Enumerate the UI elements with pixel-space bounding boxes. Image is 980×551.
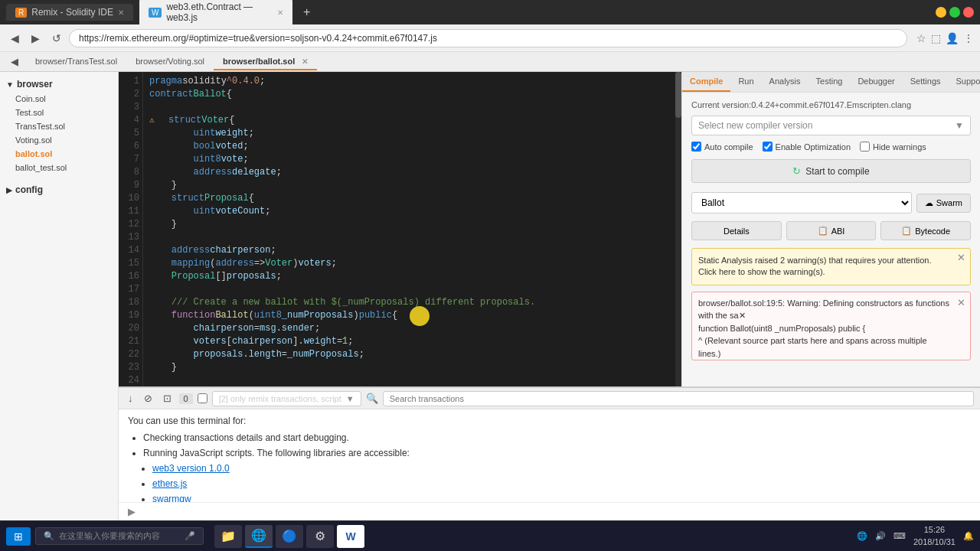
details-button[interactable]: Details xyxy=(691,221,782,240)
auto-compile-checkbox[interactable] xyxy=(691,142,701,152)
app-tab-voting[interactable]: browser/Voting.sol xyxy=(126,54,214,70)
analysis-tab[interactable]: Analysis xyxy=(762,72,808,92)
forward-button[interactable]: ▶ xyxy=(27,29,44,47)
sidebar-item-ballot-test[interactable]: ballot_test.sol xyxy=(0,161,118,174)
sidebar-item-voting[interactable]: Voting.sol xyxy=(0,133,118,147)
close-button[interactable] xyxy=(963,7,974,18)
minimize-button[interactable] xyxy=(936,7,946,18)
app-tab-ballot[interactable]: browser/ballot.sol ✕ xyxy=(214,54,317,70)
app-tab-ballot-close[interactable]: ✕ xyxy=(302,57,308,66)
web3-tab-label: web3.eth.Contract — web3.js xyxy=(166,2,273,23)
sidebar-item-transtest[interactable]: TransTest.sol xyxy=(0,119,118,133)
start-button[interactable]: ⊞ xyxy=(6,527,31,546)
terminal-input[interactable] xyxy=(140,507,971,517)
lib-ethers-link[interactable]: ethers.js xyxy=(152,478,187,489)
contract-dropdown[interactable]: Ballot xyxy=(691,192,912,214)
code-line-13 xyxy=(149,231,669,244)
bytecode-button[interactable]: 📋 Bytecode xyxy=(880,221,971,240)
taskbar-app-filemgr[interactable]: 📁 xyxy=(214,525,242,548)
title-bar: R Remix - Solidity IDE ✕ W web3.eth.Cont… xyxy=(0,0,980,24)
profile-icon[interactable]: 👤 xyxy=(946,32,959,44)
editor-scrollbar-thumb[interactable] xyxy=(675,72,681,118)
taskbar-app-settings[interactable]: ⚙ xyxy=(306,525,334,548)
taskbar-search-bar[interactable]: 🔍 在这里输入你要搜索的内容 🎤 xyxy=(35,527,204,545)
sidebar-item-coin[interactable]: Coin.sol xyxy=(0,92,118,106)
taskbar-app-browser[interactable]: 🌐 xyxy=(245,525,273,548)
terminal-clear-button[interactable]: ⊘ xyxy=(141,391,155,406)
code-line-1: pragma solidity ^0.4.0; xyxy=(149,75,669,88)
compile-tab[interactable]: Compile xyxy=(682,72,730,92)
terminal-content: You can use this terminal for: Checking … xyxy=(119,409,980,502)
tab-close-web3[interactable]: ✕ xyxy=(277,8,283,17)
editor-scrollbar[interactable] xyxy=(675,72,681,386)
debugger-tab[interactable]: Debugger xyxy=(850,72,902,92)
browser-section: ▼ browser Coin.sol Test.sol TransTest.so… xyxy=(0,75,118,176)
code-editor[interactable]: 12345 678910 1112131415 1617181920 21222… xyxy=(119,72,681,386)
optimization-checkbox[interactable] xyxy=(763,142,773,152)
taskbar-time: 15:26 2018/10/31 xyxy=(913,524,956,548)
terminal-libs-list: web3 version 1.0.0 ethers.js swarmgw xyxy=(152,461,971,502)
auto-compile-checkbox-label[interactable]: Auto compile xyxy=(691,142,753,152)
app-tab-transtest[interactable]: browser/TransTest.sol xyxy=(26,54,126,70)
search-transactions-input[interactable] xyxy=(383,391,974,406)
bookmark-icon[interactable]: ☆ xyxy=(916,32,926,44)
optimization-checkbox-label[interactable]: Enable Optimization xyxy=(763,142,851,152)
hide-warnings-checkbox[interactable] xyxy=(860,142,870,152)
error-detail-1: function Ballot(uint8 _numProposals) pub… xyxy=(698,324,865,333)
browser-tab-remix[interactable]: R Remix - Solidity IDE ✕ xyxy=(6,4,133,21)
app-tabs-bar: ◀ browser/TransTest.sol browser/Voting.s… xyxy=(0,52,980,72)
extensions-icon[interactable]: ⬚ xyxy=(931,32,941,44)
sidebar-toggle-button[interactable]: ◀ xyxy=(6,54,23,69)
reload-button[interactable]: ↺ xyxy=(47,29,66,47)
settings-tab[interactable]: Settings xyxy=(903,72,949,92)
warning-box-close[interactable]: ✕ xyxy=(957,252,965,263)
nav-icons: ☆ ⬚ 👤 ⋮ xyxy=(916,32,974,44)
web3-favicon: W xyxy=(149,8,162,18)
url-bar[interactable]: https://remix.ethereum.org/#optimize=tru… xyxy=(69,29,907,47)
warning-box[interactable]: ✕ Static Analysis raised 2 warning(s) th… xyxy=(691,248,971,285)
browser-tab-web3[interactable]: W web3.eth.Contract — web3.js ✕ xyxy=(139,0,292,26)
lib-swarmgw-link[interactable]: swarmgw xyxy=(152,494,191,502)
code-line-5: uint weight; xyxy=(149,127,669,140)
error-box-close[interactable]: ✕ xyxy=(957,295,965,311)
testing-tab[interactable]: Testing xyxy=(808,72,851,92)
remix-tab-label: Remix - Solidity IDE xyxy=(31,7,113,18)
terminal-stop-button[interactable]: ⊡ xyxy=(160,391,175,406)
code-line-15: mapping(address => Voter) voters; xyxy=(149,257,669,270)
new-tab-button[interactable]: + xyxy=(299,4,315,21)
compile-button[interactable]: ↻ Start to compile xyxy=(691,159,971,183)
sidebar-item-test[interactable]: Test.sol xyxy=(0,106,118,119)
terminal-checkbox[interactable] xyxy=(198,393,207,403)
code-lines: 12345 678910 1112131415 1617181920 21222… xyxy=(119,72,681,386)
taskbar-network-icon: 🌐 xyxy=(857,531,867,541)
sidebar: ▼ browser Coin.sol Test.sol TransTest.so… xyxy=(0,72,119,520)
terminal-prompt: ▶ xyxy=(119,502,980,520)
error-detail-2: ^ (Relevant source part starts here and … xyxy=(698,336,927,358)
back-button[interactable]: ◀ xyxy=(6,29,24,47)
support-tab[interactable]: Support xyxy=(949,72,981,92)
taskbar-app-word[interactable]: W xyxy=(337,525,364,548)
abi-button[interactable]: 📋 ABI xyxy=(786,221,877,240)
code-line-7: uint8 vote; xyxy=(149,153,669,166)
maximize-button[interactable] xyxy=(949,7,960,18)
compiler-select[interactable]: Select new compiler version ▼ xyxy=(691,116,971,135)
swarm-button[interactable]: ☁ Swarm xyxy=(916,194,971,213)
compiler-select-label: Select new compiler version xyxy=(698,120,812,131)
compiler-dropdown-arrow: ▼ xyxy=(955,120,964,131)
run-tab[interactable]: Run xyxy=(730,72,761,92)
terminal-intro: You can use this terminal for: xyxy=(128,414,971,428)
taskbar-input-icon: ⌨ xyxy=(893,531,906,541)
browser-section-header[interactable]: ▼ browser xyxy=(0,77,118,92)
tab-close-remix[interactable]: ✕ xyxy=(118,8,124,17)
lib-web3-link[interactable]: web3 version 1.0.0 xyxy=(152,463,230,474)
sidebar-item-ballot[interactable]: ballot.sol xyxy=(0,147,118,161)
code-line-9: } xyxy=(149,179,669,192)
terminal-scroll-down-button[interactable]: ↓ xyxy=(125,391,136,406)
taskbar-app-chrome[interactable]: 🔵 xyxy=(276,525,303,548)
terminal-features-list: Checking transactions details and start … xyxy=(143,431,971,460)
config-section-header[interactable]: ▶ config xyxy=(0,182,118,197)
menu-icon[interactable]: ⋮ xyxy=(963,32,974,44)
code-line-12: } xyxy=(149,218,669,231)
hide-warnings-checkbox-label[interactable]: Hide warnings xyxy=(860,142,926,152)
terminal-filter-dropdown[interactable]: [2] only remix transactions, script ▼ xyxy=(212,391,361,406)
